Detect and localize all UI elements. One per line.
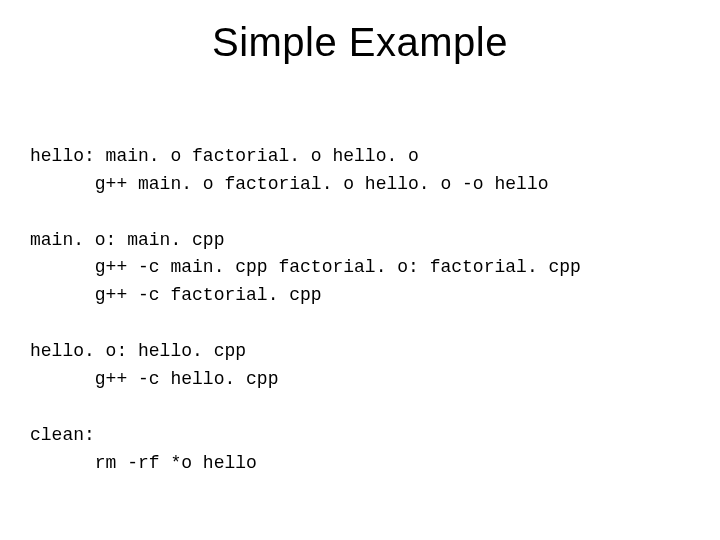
code-line: hello. o: hello. cpp xyxy=(30,341,246,361)
code-line: clean: xyxy=(30,425,95,445)
code-line: main. o: main. cpp xyxy=(30,230,224,250)
code-line: hello: main. o factorial. o hello. o xyxy=(30,146,419,166)
slide-title: Simple Example xyxy=(30,20,690,65)
code-line: rm -rf *o hello xyxy=(30,453,257,473)
code-block: hello: main. o factorial. o hello. o g++… xyxy=(30,115,690,478)
code-line: g++ main. o factorial. o hello. o -o hel… xyxy=(30,174,548,194)
code-line: g++ -c hello. cpp xyxy=(30,369,278,389)
slide: Simple Example hello: main. o factorial.… xyxy=(0,0,720,540)
code-line: g++ -c main. cpp factorial. o: factorial… xyxy=(30,257,581,277)
code-line: g++ -c factorial. cpp xyxy=(30,285,322,305)
